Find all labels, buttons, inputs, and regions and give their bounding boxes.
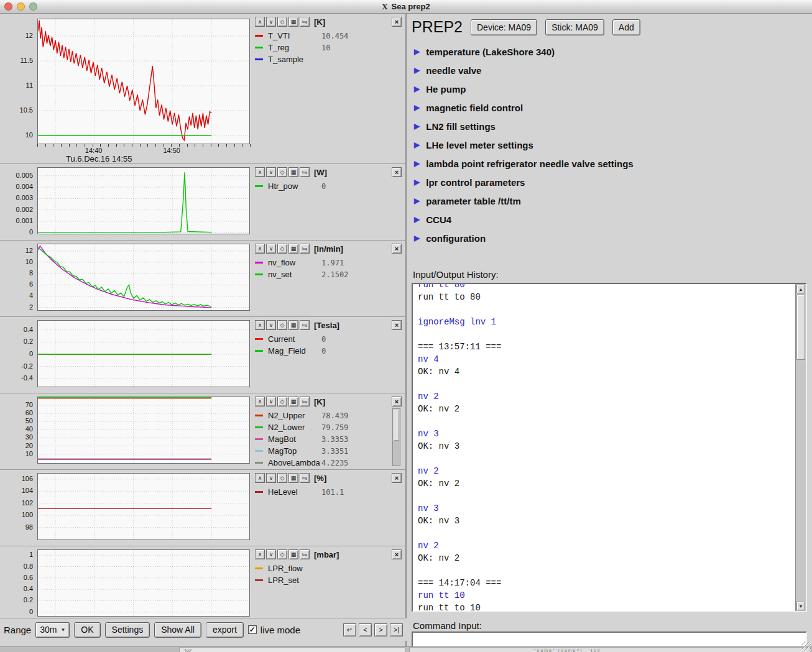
zoom-fit-icon[interactable]: ◇: [277, 320, 287, 330]
pan-down-icon[interactable]: ∨: [266, 167, 276, 177]
close-plot-icon[interactable]: ×: [392, 320, 402, 330]
section-lambda-point-refrigerator-needle-valve-s[interactable]: ▶lambda point refrigerator needle valve …: [414, 154, 812, 173]
legend-item-LPR_set[interactable]: LPR_set: [255, 574, 405, 586]
pan-up-icon[interactable]: ∧: [255, 397, 265, 406]
log-scale-icon[interactable]: log: [300, 473, 310, 483]
pan-down-icon[interactable]: ∨: [266, 320, 276, 330]
legend-item-AboveLambda[interactable]: AboveLambda4.2235: [255, 457, 405, 469]
expand-triangle-icon[interactable]: ▶: [414, 66, 420, 75]
plot-mode-icon[interactable]: ▦: [288, 244, 298, 254]
plot-mode-icon[interactable]: ▦: [288, 549, 298, 559]
jump-back-button[interactable]: ↵: [343, 623, 356, 636]
pan-up-icon[interactable]: ∧: [255, 473, 265, 483]
legend-item-Htr_pow[interactable]: Htr_pow0: [255, 180, 405, 192]
section-he-pump[interactable]: ▶He pump: [414, 80, 812, 98]
section-temperature-lakeshore-340[interactable]: ▶temperature (LakeShore 340): [414, 42, 812, 61]
window-titlebar[interactable]: XSea prep2: [0, 0, 812, 14]
legend-item-N2_Lower[interactable]: N2_Lower79.759: [255, 421, 405, 433]
export-button[interactable]: export: [206, 622, 244, 638]
ok-button[interactable]: OK: [74, 622, 100, 638]
close-plot-icon[interactable]: ×: [392, 473, 402, 483]
expand-triangle-icon[interactable]: ▶: [414, 103, 420, 112]
close-plot-icon[interactable]: ×: [392, 17, 402, 27]
show-all-button[interactable]: Show All: [154, 622, 201, 638]
pan-down-icon[interactable]: ∨: [266, 397, 276, 406]
legend-scrollbar-thumb[interactable]: [394, 410, 399, 441]
live-mode-checkbox[interactable]: ✓: [248, 625, 257, 634]
zoom-fit-icon[interactable]: ◇: [277, 397, 287, 406]
zoom-fit-icon[interactable]: ◇: [277, 549, 287, 559]
legend-item-HeLevel[interactable]: HeLevel101.1: [255, 486, 405, 498]
legend-item-Mag_Field[interactable]: Mag_Field0: [255, 345, 405, 357]
device-button[interactable]: Device: MA09: [471, 19, 537, 35]
plot-mode-icon[interactable]: ▦: [288, 320, 298, 330]
section-magnetic-field-control[interactable]: ▶magnetic field control: [414, 98, 812, 117]
section-ccu4[interactable]: ▶CCU4: [414, 210, 812, 229]
resize-grip-icon[interactable]: [802, 641, 811, 651]
zoom-fit-icon[interactable]: ◇: [277, 473, 287, 483]
close-plot-icon[interactable]: ×: [392, 549, 402, 559]
stick-button[interactable]: Stick: MA09: [545, 19, 604, 35]
step-forward-button[interactable]: >: [374, 623, 387, 636]
legend-item-nv_set[interactable]: nv_set2.1502: [255, 269, 405, 280]
section-lhe-level-meter-settings[interactable]: ▶LHe level meter settings: [414, 135, 812, 154]
legend-item-Current[interactable]: Current0: [255, 333, 405, 345]
section-lpr-control-parameters[interactable]: ▶lpr control parameters: [414, 173, 812, 191]
legend-item-T_VTI[interactable]: T_VTI10.454: [255, 30, 405, 42]
expand-triangle-icon[interactable]: ▶: [414, 159, 420, 168]
add-button[interactable]: Add: [612, 19, 640, 35]
legend-item-T_sample[interactable]: T_sample: [255, 53, 405, 65]
settings-button[interactable]: Settings: [105, 622, 150, 638]
plot-mode-icon[interactable]: ▦: [288, 397, 298, 406]
expand-triangle-icon[interactable]: ▶: [414, 178, 420, 186]
legend-scrollbar[interactable]: [392, 408, 400, 466]
legend-item-MagBot[interactable]: MagBot3.3353: [255, 433, 405, 445]
pan-up-icon[interactable]: ∧: [255, 167, 265, 177]
pan-down-icon[interactable]: ∨: [266, 473, 276, 483]
scroll-down-icon[interactable]: ▼: [796, 602, 805, 610]
log-scale-icon[interactable]: log: [300, 17, 310, 27]
zoom-fit-icon[interactable]: ◇: [277, 244, 287, 254]
scrollbar-thumb[interactable]: [796, 295, 805, 360]
pan-up-icon[interactable]: ∧: [255, 17, 265, 27]
plot-canvas-temperature[interactable]: [37, 19, 250, 144]
plot-canvas-lpr[interactable]: [37, 549, 250, 617]
expand-triangle-icon[interactable]: ▶: [414, 122, 420, 131]
log-scale-icon[interactable]: log: [300, 320, 310, 330]
plot-mode-icon[interactable]: ▦: [288, 167, 298, 177]
expand-triangle-icon[interactable]: ▶: [414, 85, 420, 93]
close-plot-icon[interactable]: ×: [392, 167, 402, 177]
plot-canvas-needle-valve[interactable]: [37, 244, 250, 311]
legend-item-LPR_flow[interactable]: LPR_flow: [255, 562, 405, 574]
log-scale-icon[interactable]: log: [300, 244, 310, 254]
range-select[interactable]: 30m ▼: [35, 622, 70, 638]
log-scale-icon[interactable]: log: [300, 167, 310, 177]
pan-up-icon[interactable]: ∧: [255, 244, 265, 254]
zoom-fit-icon[interactable]: ◇: [277, 17, 287, 27]
step-back-button[interactable]: <: [359, 623, 372, 636]
zoom-fit-icon[interactable]: ◇: [277, 167, 287, 177]
close-plot-icon[interactable]: ×: [392, 244, 402, 254]
plot-mode-icon[interactable]: ▦: [288, 473, 298, 483]
expand-triangle-icon[interactable]: ▶: [414, 47, 420, 56]
log-scale-icon[interactable]: log: [300, 549, 310, 559]
section-needle-valve[interactable]: ▶needle valve: [414, 61, 812, 80]
pan-down-icon[interactable]: ∨: [266, 244, 276, 254]
plot-mode-icon[interactable]: ▦: [288, 17, 298, 27]
section-parameter-table-tt-tm[interactable]: ▶parameter table /tt/tm: [414, 191, 812, 210]
pan-up-icon[interactable]: ∧: [255, 320, 265, 330]
live-mode-toggle[interactable]: ✓ live mode: [248, 625, 300, 635]
plot-canvas-magnet[interactable]: [37, 320, 250, 387]
section-ln2-fill-settings[interactable]: ▶LN2 fill settings: [414, 117, 812, 135]
section-configuration[interactable]: ▶configuration: [414, 229, 812, 247]
jump-end-button[interactable]: >|: [390, 623, 403, 636]
plot-canvas-cryo-temps[interactable]: [37, 397, 250, 464]
pan-up-icon[interactable]: ∧: [255, 549, 265, 559]
plot-canvas-he-level[interactable]: [37, 473, 250, 540]
plot-canvas-heater-power[interactable]: [37, 167, 250, 234]
command-input[interactable]: [412, 631, 807, 648]
legend-item-MagTop[interactable]: MagTop3.3351: [255, 445, 405, 457]
expand-triangle-icon[interactable]: ▶: [414, 234, 420, 242]
pan-down-icon[interactable]: ∨: [266, 17, 276, 27]
expand-triangle-icon[interactable]: ▶: [414, 215, 420, 224]
